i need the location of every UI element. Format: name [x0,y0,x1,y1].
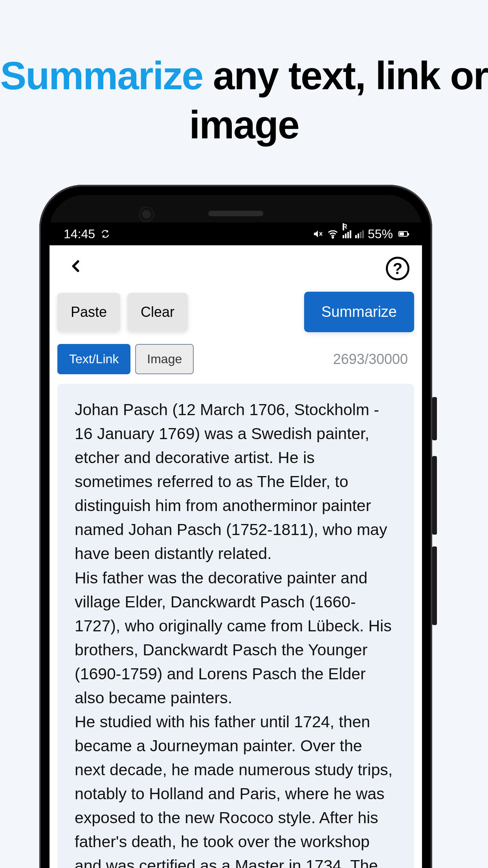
speaker-slot [208,211,263,216]
battery-icon [398,231,408,237]
volume-down-button [432,546,437,625]
summarize-button[interactable]: Summarize [304,292,414,332]
svg-point-0 [332,237,334,238]
mute-icon [313,229,323,239]
chevron-left-icon [69,256,83,276]
help-button[interactable]: ? [386,257,409,280]
help-icon: ? [393,260,402,278]
sync-icon [101,229,110,239]
headline-accent: Summarize [0,53,203,97]
signal-icon [355,230,364,238]
volume-up-button [432,456,437,535]
app-content: ? Paste Clear Summarize Text/Link Image … [50,245,422,868]
phone-screen: 14:45 [50,195,422,868]
input-text-panel[interactable]: Johan Pasch (12 March 1706, Stockholm - … [57,384,414,868]
content-paragraph: He studied with his father until 1724, t… [75,710,397,868]
toolbar: Paste Clear Summarize [50,292,422,344]
back-button[interactable] [62,252,90,285]
power-button [432,397,437,440]
tab-text-link[interactable]: Text/Link [57,344,130,374]
status-bar: 14:45 [50,223,422,245]
phone-notch [50,195,422,223]
wifi-icon [327,228,339,240]
content-paragraph: His father was the decorative painter an… [75,566,397,710]
promo-headline: Summarize any text, link or image [0,51,488,149]
paste-button[interactable]: Paste [57,293,120,331]
char-counter: 2693/30000 [333,351,414,368]
headline-rest: any text, link or image [189,53,488,147]
clear-button[interactable]: Clear [127,293,188,331]
tabs-row: Text/Link Image 2693/30000 [50,344,422,381]
content-paragraph: Johan Pasch (12 March 1706, Stockholm - … [75,398,397,566]
phone-frame: 14:45 [39,185,432,868]
signal-roaming-icon: R [343,230,351,238]
tab-image[interactable]: Image [135,344,194,374]
app-bar: ? [50,245,422,292]
battery-text: 55% [368,227,393,241]
camera-dot [140,208,153,221]
status-time: 14:45 [64,227,95,241]
